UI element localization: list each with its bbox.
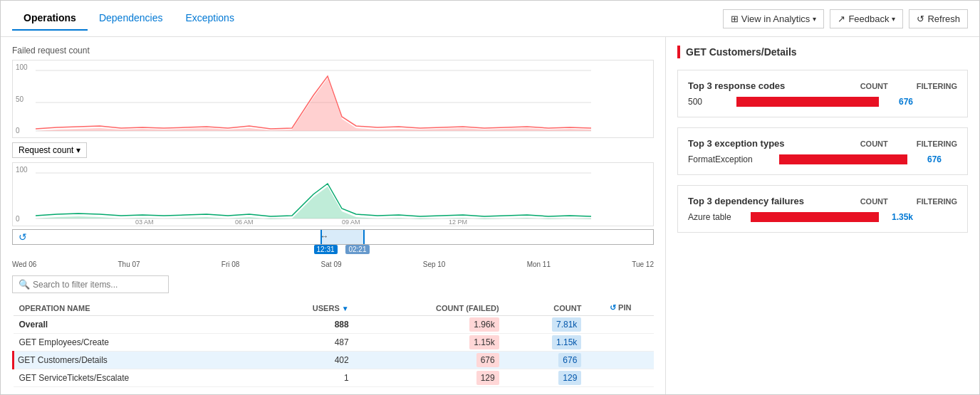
table-row-highlighted: GET Customers/Details 402 676 676 (14, 352, 655, 369)
chart-dropdown[interactable]: Request count ▾ (12, 142, 87, 158)
bar-500 (736, 97, 879, 107)
date-sat: Sat 09 (321, 260, 342, 268)
refresh-timeline-icon[interactable]: ↺ (19, 231, 27, 243)
chart1-area: 100 50 0 (12, 60, 654, 138)
timeline-container: ↺ ↔ 12:31 02:21 Wed 06 Thu 07 Fri 08 Sat… (12, 229, 654, 270)
row-employees-name: GET Employees/Create (14, 334, 259, 352)
col-count-header-2: COUNT (860, 139, 888, 148)
y-label-0: 0 (16, 127, 28, 135)
row-customers-pin (587, 352, 654, 369)
refresh-icon: ↺ (917, 14, 924, 24)
refresh-button[interactable]: ↺ Refresh (909, 9, 968, 28)
table-row: Overall 888 1.96k 7.81k (14, 316, 655, 334)
format-exception: FormatException (688, 154, 773, 164)
date-thu: Thu 07 (118, 260, 140, 268)
chart2-svg: 03 AM 06 AM 09 AM 12 PM (36, 166, 591, 224)
dependency-failures-section: Top 3 dependency failures COUNT FILTERIN… (677, 185, 968, 233)
count-azure: 1.35k (885, 212, 913, 222)
dependency-row-azure: Azure table 1.35k (688, 212, 957, 222)
feedback-label: Feedback (848, 14, 889, 24)
analytics-button[interactable]: ⊞ View in Analytics ▾ (723, 9, 825, 28)
exception-row-format: FormatException 676 (688, 154, 957, 164)
row-customers-name: GET Customers/Details (14, 352, 259, 369)
svg-text:09 AM: 09 AM (342, 218, 360, 224)
row-customers-users: 402 (259, 352, 355, 369)
bar-format (779, 154, 907, 164)
y-label-50: 50 (16, 95, 28, 103)
badge-end: 02:21 (345, 246, 369, 253)
chart2-area: 100 0 03 AM 06 AM 09 AM 12 PM (12, 162, 654, 226)
chart1-label: Failed request count (12, 46, 654, 56)
analytics-label: View in Analytics (741, 14, 810, 24)
count-format: 676 (913, 154, 942, 164)
tabs-container: Operations Dependencies Exceptions (12, 6, 246, 31)
row-overall-pin (587, 316, 654, 334)
exception-types-title: Top 3 exception types (688, 138, 785, 149)
chevron-down-icon-2: ▾ (892, 15, 895, 23)
col-count-failed: COUNT (FAILED) (355, 300, 505, 316)
row-tickets-users: 1 (259, 369, 355, 387)
date-wed: Wed 06 (12, 260, 36, 268)
table-body: Overall 888 1.96k 7.81k GET Employees/Cr… (14, 316, 655, 387)
chart1-svg (36, 63, 591, 135)
code-500: 500 (688, 97, 731, 107)
header-actions: ⊞ View in Analytics ▾ ↗ Feedback ▾ ↺ Ref… (723, 9, 968, 28)
svg-text:12 PM: 12 PM (449, 218, 467, 224)
row-overall-count: 7.81k (505, 316, 588, 334)
table-row: GET ServiceTickets/Escalate 1 129 129 (14, 369, 655, 387)
header: Operations Dependencies Exceptions ⊞ Vie… (1, 1, 979, 37)
row-customers-failed: 676 (355, 352, 505, 369)
feedback-button[interactable]: ↗ Feedback ▾ (830, 9, 903, 28)
col-filtering-header-3: FILTERING (917, 197, 957, 206)
refresh-small-icon[interactable]: ↺ (610, 303, 616, 312)
right-panel: GET Customers/Details Top 3 response cod… (666, 37, 979, 394)
exception-types-section: Top 3 exception types COUNT FILTERING Fo… (677, 127, 968, 175)
svg-marker-10 (36, 186, 591, 219)
tab-exceptions[interactable]: Exceptions (174, 6, 245, 31)
tab-dependencies[interactable]: Dependencies (88, 6, 174, 31)
row-customers-count: 676 (505, 352, 588, 369)
search-input[interactable] (33, 280, 162, 290)
date-tue: Tue 12 (632, 260, 654, 268)
col-users: USERS ▼ (259, 300, 355, 316)
response-codes-title: Top 3 response codes (688, 80, 785, 91)
refresh-label: Refresh (927, 14, 960, 24)
dependency-headers: COUNT FILTERING (860, 197, 957, 206)
main-title-bar: GET Customers/Details (677, 46, 968, 58)
row-overall-name: Overall (14, 316, 259, 334)
svg-marker-3 (36, 78, 591, 131)
response-codes-headers: COUNT FILTERING (860, 82, 957, 90)
row-employees-pin (587, 334, 654, 352)
col-filtering-header: FILTERING (917, 82, 957, 90)
chevron-down-icon: ▾ (813, 15, 816, 23)
azure-table: Azure table (688, 212, 745, 222)
row-employees-failed: 1.15k (355, 334, 505, 352)
col-count: COUNT (505, 300, 588, 316)
row-employees-users: 487 (259, 334, 355, 352)
date-fri: Fri 08 (221, 260, 240, 268)
row-tickets-count: 129 (505, 369, 588, 387)
left-panel: Failed request count 100 50 0 (1, 37, 666, 394)
svg-text:03 AM: 03 AM (135, 218, 154, 224)
exception-types-headers: COUNT FILTERING (860, 139, 957, 148)
search-box[interactable]: 🔍 (12, 275, 169, 293)
dependency-title: Top 3 dependency failures (688, 196, 804, 206)
response-codes-section: Top 3 response codes COUNT FILTERING 500… (677, 70, 968, 117)
date-sep10: Sep 10 (423, 260, 446, 268)
chart1-y-labels: 100 50 0 (16, 60, 28, 137)
y-label-0-2: 0 (16, 215, 28, 223)
row-employees-count: 1.15k (505, 334, 588, 352)
col-count-header: COUNT (860, 82, 888, 90)
sort-icon[interactable]: ▼ (342, 305, 349, 312)
feedback-icon: ↗ (838, 14, 845, 24)
bar-azure (751, 212, 879, 222)
date-mon: Mon 11 (527, 260, 551, 268)
response-row-500: 500 676 (688, 97, 957, 107)
tab-operations[interactable]: Operations (12, 6, 88, 31)
timeline-bar[interactable]: ↺ ↔ 12:31 02:21 (12, 229, 654, 245)
search-icon: 🔍 (19, 279, 30, 290)
svg-text:06 AM: 06 AM (235, 218, 254, 224)
col-operation-name: OPERATION NAME (14, 300, 259, 316)
operations-table: OPERATION NAME USERS ▼ COUNT (FAILED) CO… (12, 300, 654, 387)
row-overall-users: 888 (259, 316, 355, 334)
